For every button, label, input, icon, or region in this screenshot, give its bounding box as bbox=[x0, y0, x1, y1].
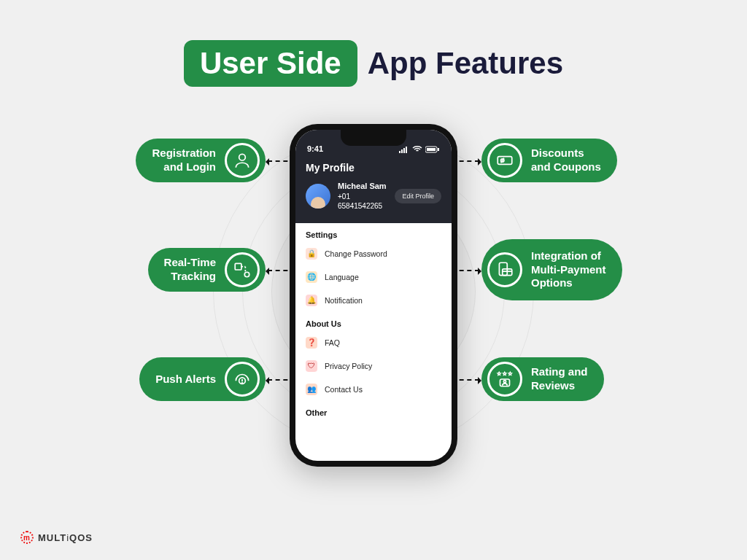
section-settings: Settings bbox=[295, 223, 452, 242]
svg-point-0 bbox=[239, 154, 246, 160]
tracking-icon bbox=[225, 252, 260, 287]
feature-registration: Registration and Login bbox=[136, 139, 266, 182]
row-faq[interactable]: ❓ FAQ bbox=[295, 331, 452, 354]
status-icons bbox=[399, 146, 440, 153]
section-about: About Us bbox=[295, 312, 452, 331]
svg-rect-16 bbox=[406, 147, 407, 153]
payment-icon bbox=[487, 252, 522, 287]
signal-icon bbox=[399, 146, 409, 153]
alert-icon bbox=[225, 362, 260, 397]
svg-rect-1 bbox=[235, 263, 241, 270]
row-label: FAQ bbox=[325, 338, 340, 347]
lock-icon: 🔒 bbox=[306, 248, 317, 260]
row-notification[interactable]: 🔔 Notification bbox=[295, 289, 452, 312]
feature-label: Real-Time Tracking bbox=[164, 256, 216, 284]
title-rest: App Features bbox=[368, 46, 563, 80]
row-label: Contact Us bbox=[325, 385, 363, 394]
row-change-password[interactable]: 🔒 Change Password bbox=[295, 242, 452, 265]
user-icon bbox=[225, 143, 260, 178]
phone-notch bbox=[341, 130, 406, 146]
row-label: Change Password bbox=[325, 249, 387, 258]
status-time: 9:41 bbox=[307, 144, 323, 153]
feature-label: Registration and Login bbox=[152, 147, 216, 174]
row-language[interactable]: 🌐 Language bbox=[295, 265, 452, 289]
shield-icon: 🛡 bbox=[306, 360, 317, 372]
coupon-icon bbox=[487, 143, 522, 178]
phone-mockup: 9:41 My Profile Micheal Sam +01 65841542… bbox=[290, 124, 457, 467]
title-badge: User Side bbox=[184, 40, 357, 87]
svg-point-5 bbox=[241, 383, 242, 384]
feature-tracking: Real-Time Tracking bbox=[148, 248, 266, 292]
svg-rect-15 bbox=[403, 148, 405, 153]
feature-label: Rating and Reviews bbox=[531, 365, 588, 393]
row-label: Language bbox=[325, 273, 359, 281]
profile-header: My Profile Micheal Sam +01 65841542265 E… bbox=[295, 156, 452, 223]
feature-payment: Integration of Multi-Payment Options bbox=[481, 239, 622, 300]
svg-point-2 bbox=[244, 272, 249, 277]
user-phone: +01 65841542265 bbox=[338, 192, 387, 211]
wifi-icon bbox=[412, 146, 422, 153]
row-label: Notification bbox=[325, 296, 363, 305]
page-title: User SideApp Features bbox=[0, 0, 747, 87]
svg-rect-18 bbox=[427, 148, 436, 151]
svg-point-12 bbox=[503, 381, 506, 383]
section-other: Other bbox=[295, 401, 452, 420]
brand-mark-icon: m bbox=[20, 531, 34, 544]
brand-logo: m MULTiQOS bbox=[20, 531, 93, 544]
row-privacy[interactable]: 🛡 Privacy Policy bbox=[295, 354, 452, 378]
svg-rect-19 bbox=[438, 148, 439, 151]
people-icon: 👥 bbox=[306, 384, 317, 395]
row-label: Privacy Policy bbox=[325, 362, 372, 370]
svg-rect-13 bbox=[399, 151, 400, 153]
feature-discounts: Discounts and Coupons bbox=[481, 139, 617, 182]
feature-label: Push Alerts bbox=[155, 373, 216, 386]
svg-rect-14 bbox=[401, 149, 403, 153]
feature-push-alerts: Push Alerts bbox=[139, 357, 266, 401]
avatar bbox=[306, 184, 330, 209]
feature-label: Discounts and Coupons bbox=[531, 147, 601, 174]
rating-icon bbox=[487, 362, 522, 397]
faq-icon: ❓ bbox=[306, 337, 317, 349]
feature-rating: Rating and Reviews bbox=[481, 357, 604, 401]
svg-rect-6 bbox=[498, 157, 512, 165]
feature-label: Integration of Multi-Payment Options bbox=[531, 249, 606, 290]
battery-icon bbox=[425, 146, 440, 153]
bell-icon: 🔔 bbox=[306, 295, 317, 306]
screen-title: My Profile bbox=[306, 162, 441, 174]
row-contact[interactable]: 👥 Contact Us bbox=[295, 378, 452, 401]
globe-icon: 🌐 bbox=[306, 271, 317, 283]
edit-profile-button[interactable]: Edit Profile bbox=[395, 189, 441, 203]
user-name: Micheal Sam bbox=[338, 181, 387, 192]
